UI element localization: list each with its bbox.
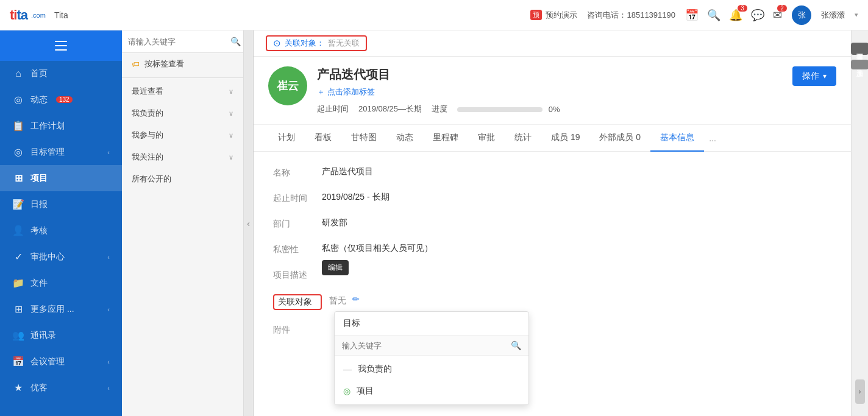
- search-input[interactable]: [128, 37, 230, 46]
- tab-approve[interactable]: 审批: [468, 125, 505, 152]
- demo-section: 预 预约演示: [530, 10, 577, 21]
- sidebar-item-approve[interactable]: ✓ 审批中心 ‹: [0, 244, 122, 270]
- sidebar-item-more-apps[interactable]: ⊞ 更多应用 ... ‹: [0, 296, 122, 322]
- sidebar-item-label: 日报: [30, 199, 48, 210]
- tab-external-members[interactable]: 外部成员 0: [589, 125, 650, 152]
- tab-activity[interactable]: 动态: [386, 125, 423, 152]
- message-icon[interactable]: 💬: [751, 9, 764, 22]
- meeting-icon: 📅: [12, 356, 24, 367]
- tag-icon: 🏷: [132, 60, 140, 69]
- panel-item-label: 我关注的: [132, 152, 163, 163]
- panel-item-my-followed[interactable]: 我关注的 ∨: [122, 146, 243, 168]
- link-label: 关联对象：: [285, 38, 324, 49]
- mail-icon[interactable]: ✉ 2: [773, 9, 782, 22]
- name-value: 产品迭代项目: [322, 166, 831, 177]
- tab-more[interactable]: ...: [704, 126, 721, 150]
- search-icon: 🔍: [230, 37, 241, 46]
- tab-milestone[interactable]: 里程碑: [423, 125, 468, 152]
- sidebar-item-youke[interactable]: ★ 优客 ‹: [0, 375, 122, 401]
- dropdown-header: 目标: [335, 312, 528, 336]
- related-value: 暂无: [329, 294, 346, 306]
- tab-members[interactable]: 成员 19: [541, 125, 589, 152]
- main-content: ⊙ 关联对象： 暂无关联 崔云 产品迭代项目 ＋ 点击添加标签 起止时间 201…: [254, 30, 851, 416]
- search-icon[interactable]: 🔍: [707, 9, 720, 22]
- sidebar-item-home[interactable]: ⌂ 首页: [0, 61, 122, 86]
- tab-plan[interactable]: 计划: [268, 125, 305, 152]
- avatar[interactable]: 张: [792, 5, 811, 25]
- project-avatar: 崔云: [268, 66, 307, 105]
- logo-text: tita: [10, 7, 27, 23]
- field-desc: 项目描述 编辑: [273, 269, 831, 281]
- activity-icon: ◎: [12, 94, 24, 105]
- dropdown-project[interactable]: ◎ 项目: [335, 380, 528, 402]
- chevron-left-icon: ‹: [107, 384, 110, 392]
- panel-item-my-involved[interactable]: 我参与的 ∨: [122, 124, 243, 146]
- privacy-value: 私密（仅项目相关人员可见）: [322, 243, 831, 254]
- field-related: 关联对象 暂无 ✏ 目标 🔍 — 我负责的: [273, 294, 831, 310]
- sidebar-item-label: 审批中心: [30, 252, 65, 263]
- sidebar-item-label: 更多应用 ...: [30, 304, 74, 315]
- project-dropdown-icon: ◎: [343, 386, 350, 396]
- add-tag-icon: ＋: [317, 86, 325, 97]
- project-title: 产品迭代项目: [317, 66, 836, 83]
- panel-item-all-public[interactable]: 所有公开的: [122, 168, 243, 190]
- sidebar-item-label: 项目: [30, 173, 48, 184]
- calendar-icon[interactable]: 📅: [685, 9, 699, 22]
- sidebar-item-label: 文件: [30, 278, 48, 289]
- sidebar-item-goal-mgmt[interactable]: ◎ 目标管理 ‹: [0, 139, 122, 165]
- tab-basic-info[interactable]: 基本信息: [650, 125, 704, 152]
- sidebar-item-workplan[interactable]: 📋 工作计划: [0, 113, 122, 139]
- edit-related-icon[interactable]: ✏: [352, 294, 360, 304]
- panel-item-by-tag[interactable]: 🏷 按标签查看: [122, 53, 243, 75]
- operations-button[interactable]: 操作 ▾: [792, 66, 836, 86]
- tab-kanban[interactable]: 看板: [305, 125, 341, 152]
- panel-item-label: 我负责的: [132, 108, 163, 119]
- dropdown-my-responsible-label: 我负责的: [358, 364, 392, 375]
- sidebar-item-activity[interactable]: ◎ 动态 132: [0, 86, 122, 113]
- right-hint-btn[interactable]: 可查看下属工作: [851, 43, 868, 55]
- dropdown-search: 🔍: [335, 336, 528, 356]
- progress-bar-container: [457, 107, 542, 112]
- project-icon: ⊞: [12, 172, 24, 184]
- dropdown-search-icon: 🔍: [511, 340, 521, 350]
- user-dropdown-arrow[interactable]: ▾: [855, 11, 858, 19]
- demo-text[interactable]: 预约演示: [546, 10, 577, 21]
- sidebar-item-project[interactable]: ⊞ 项目: [0, 165, 122, 191]
- dropdown-sections: — 我负责的 ◎ 项目: [335, 356, 528, 404]
- mail-badge: 2: [777, 5, 787, 12]
- notification-icon[interactable]: 🔔 3: [729, 9, 742, 22]
- file-icon: 📁: [12, 277, 24, 289]
- goal-icon: ◎: [12, 146, 24, 158]
- dropdown-project-label: 项目: [357, 386, 374, 397]
- name-label: 名称: [273, 166, 322, 178]
- chevron-left-icon: ‹: [107, 253, 110, 261]
- panel-item-recently-viewed[interactable]: 最近查看 ∨: [122, 80, 243, 102]
- tab-gantt[interactable]: 甘特图: [341, 125, 386, 152]
- link-bar: ⊙ 关联对象： 暂无关联: [254, 30, 851, 57]
- sidebar-item-meeting[interactable]: 📅 会议管理 ‹: [0, 348, 122, 375]
- collapse-btn[interactable]: ‹: [244, 30, 254, 416]
- demo-badge: 预: [530, 10, 542, 20]
- basic-info-content: 名称 产品迭代项目 起止时间 2019/08/25 - 长期 部门 研发部 私密…: [254, 152, 851, 364]
- activity-badge: 132: [56, 96, 73, 103]
- tab-stats[interactable]: 统计: [505, 125, 541, 152]
- sidebar-item-contacts[interactable]: 👥 通讯录: [0, 322, 122, 348]
- dropdown-search-input[interactable]: [342, 341, 511, 350]
- sidebar-menu-btn[interactable]: [0, 30, 122, 61]
- sidebar-item-review[interactable]: 👤 考核: [0, 217, 122, 244]
- notification-badge: 3: [738, 5, 747, 12]
- second-panel: 🔍 🏷 按标签查看 最近查看 ∨ 我负责的 ∨ 我参与的 ∨ 我关注的 ∨ 所有…: [122, 30, 244, 416]
- date-value: 2019/08/25 - 长期: [322, 192, 831, 203]
- sidebar-item-file[interactable]: 📁 文件: [0, 270, 122, 296]
- operations-arrow-icon: ▾: [823, 72, 827, 80]
- project-actions: 操作 ▾: [792, 66, 836, 86]
- topbar-right: 预 预约演示 咨询电话：18511391190 📅 🔍 🔔 3 💬 ✉ 2 张 …: [530, 5, 858, 25]
- dropdown-my-responsible[interactable]: — 我负责的: [335, 358, 528, 380]
- right-collapse-btn[interactable]: ›: [855, 379, 865, 404]
- sidebar-item-daily[interactable]: 📝 日报: [0, 191, 122, 217]
- link-badge[interactable]: ⊙ 关联对象： 暂无关联: [266, 35, 367, 51]
- right-add-btn[interactable]: 马上添加: [851, 60, 868, 69]
- link-icon: ⊙: [273, 38, 281, 49]
- panel-item-my-responsible[interactable]: 我负责的 ∨: [122, 102, 243, 124]
- project-tag[interactable]: ＋ 点击添加标签: [317, 86, 836, 97]
